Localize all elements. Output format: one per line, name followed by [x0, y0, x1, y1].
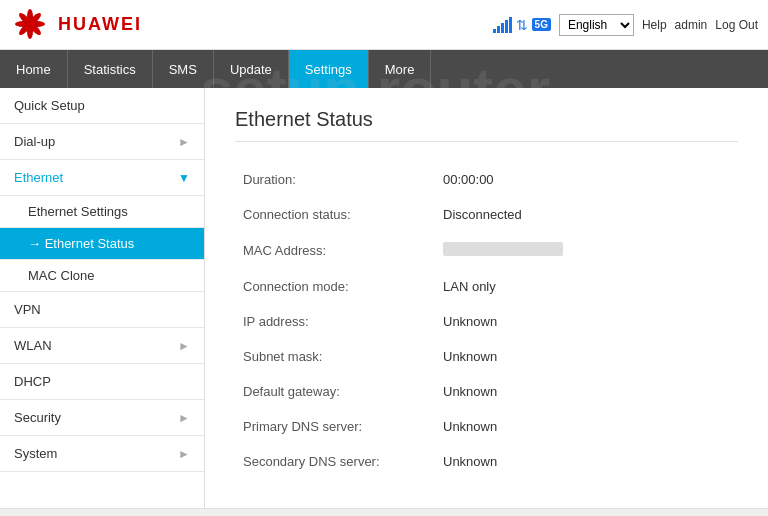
field-value-connection-status: Disconnected: [435, 197, 738, 232]
sidebar-item-wlan[interactable]: WLAN ►: [0, 328, 204, 364]
field-label-subnet: Subnet mask:: [235, 339, 435, 374]
chevron-right-icon-system: ►: [178, 447, 190, 461]
table-row: Subnet mask: Unknown: [235, 339, 738, 374]
nav-statistics[interactable]: Statistics: [68, 50, 153, 88]
chevron-down-icon: ▼: [178, 171, 190, 185]
field-label-ip: IP address:: [235, 304, 435, 339]
table-row: MAC Address:: [235, 232, 738, 269]
language-select[interactable]: English Chinese: [559, 14, 634, 36]
nav-update[interactable]: Update: [214, 50, 289, 88]
signal-icons: ⇅ 5G: [493, 17, 551, 33]
help-link[interactable]: Help: [642, 18, 667, 32]
page-title: Ethernet Status: [235, 108, 738, 142]
field-label-secondary-dns: Secondary DNS server:: [235, 444, 435, 479]
field-label-duration: Duration:: [235, 162, 435, 197]
field-value-duration: 00:00:00: [435, 162, 738, 197]
field-value-secondary-dns: Unknown: [435, 444, 738, 479]
sidebar-item-system[interactable]: System ►: [0, 436, 204, 472]
nav-bar: Home Statistics SMS Update Settings More: [0, 50, 768, 88]
table-row: Secondary DNS server: Unknown: [235, 444, 738, 479]
field-value-mac: [435, 232, 738, 269]
chevron-right-icon: ►: [178, 135, 190, 149]
ethernet-status-table: Duration: 00:00:00 Connection status: Di…: [235, 162, 738, 479]
sidebar-item-dialup[interactable]: Dial-up ►: [0, 124, 204, 160]
field-label-connection-mode: Connection mode:: [235, 269, 435, 304]
table-row: Duration: 00:00:00: [235, 162, 738, 197]
field-label-connection-status: Connection status:: [235, 197, 435, 232]
footer: Privacy Policy ❤ Copyright 2006-2016 Hua…: [0, 508, 768, 516]
field-label-mac: MAC Address:: [235, 232, 435, 269]
sidebar-item-dhcp[interactable]: DHCP: [0, 364, 204, 400]
logo-area: HUAWEI: [10, 7, 142, 42]
nav-more[interactable]: More: [369, 50, 432, 88]
field-value-connection-mode: LAN only: [435, 269, 738, 304]
sidebar-item-ethernet-settings[interactable]: Ethernet Settings: [0, 196, 204, 228]
nav-sms[interactable]: SMS: [153, 50, 214, 88]
signal-bar: [493, 17, 512, 33]
sidebar-item-security[interactable]: Security ►: [0, 400, 204, 436]
logo-text: HUAWEI: [58, 14, 142, 35]
admin-label: admin: [675, 18, 708, 32]
nav-settings[interactable]: Settings: [289, 50, 369, 88]
field-value-ip: Unknown: [435, 304, 738, 339]
top-right-controls: ⇅ 5G English Chinese Help admin Log Out: [493, 14, 758, 36]
content-area: Ethernet Status Duration: 00:00:00 Conne…: [205, 88, 768, 508]
field-value-subnet: Unknown: [435, 339, 738, 374]
5g-icon: 5G: [532, 18, 551, 31]
huawei-logo-icon: [10, 7, 50, 42]
sidebar-item-quick-setup[interactable]: Quick Setup: [0, 88, 204, 124]
logout-link[interactable]: Log Out: [715, 18, 758, 32]
field-value-gateway: Unknown: [435, 374, 738, 409]
table-row: Default gateway: Unknown: [235, 374, 738, 409]
sidebar-item-ethernet[interactable]: Ethernet ▼: [0, 160, 204, 196]
sidebar-item-vpn[interactable]: VPN: [0, 292, 204, 328]
chevron-right-icon-security: ►: [178, 411, 190, 425]
field-value-primary-dns: Unknown: [435, 409, 738, 444]
table-row: Connection mode: LAN only: [235, 269, 738, 304]
field-label-gateway: Default gateway:: [235, 374, 435, 409]
chevron-right-icon-wlan: ►: [178, 339, 190, 353]
nav-home[interactable]: Home: [0, 50, 68, 88]
main-container: Quick Setup Dial-up ► Ethernet ▼ Etherne…: [0, 88, 768, 508]
transfer-icon: ⇅: [516, 17, 528, 33]
table-row: IP address: Unknown: [235, 304, 738, 339]
sidebar-item-mac-clone[interactable]: MAC Clone: [0, 260, 204, 292]
field-label-primary-dns: Primary DNS server:: [235, 409, 435, 444]
top-bar: HUAWEI ⇅ 5G English Chinese Help admin L…: [0, 0, 768, 50]
mac-blurred-value: [443, 242, 563, 256]
sidebar: Quick Setup Dial-up ► Ethernet ▼ Etherne…: [0, 88, 205, 508]
table-row: Connection status: Disconnected: [235, 197, 738, 232]
table-row: Primary DNS server: Unknown: [235, 409, 738, 444]
sidebar-item-ethernet-status[interactable]: Ethernet Status: [0, 228, 204, 260]
